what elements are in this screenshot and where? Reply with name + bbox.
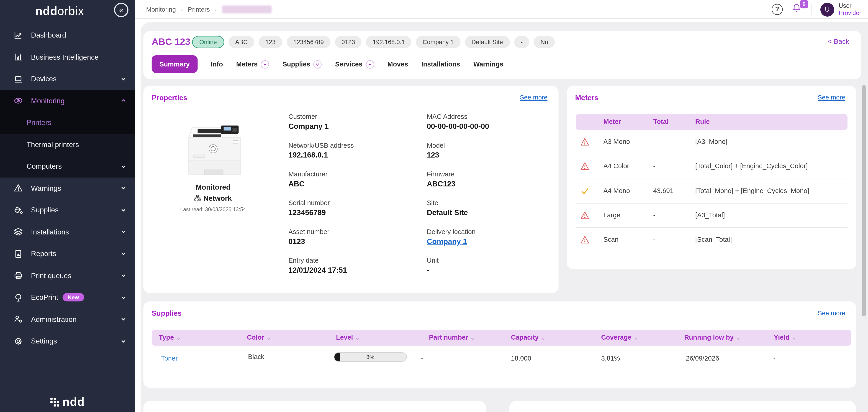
field-serial-number: Serial number123456789 (288, 199, 354, 218)
gear-icon (13, 336, 23, 346)
sidebar-collapse-button[interactable]: « (114, 3, 128, 17)
app-logo-bold: ndd (35, 4, 58, 17)
sidebar-item-label: Thermal printers (27, 140, 79, 149)
column-running-low-by[interactable]: Running low by⌄ (684, 334, 740, 341)
app-logo: nddorbix (35, 4, 84, 18)
sidebar-item-label: Dashboard (31, 31, 66, 39)
column-part-number[interactable]: Part number⌄ (429, 334, 475, 341)
supply-yield: - (773, 355, 775, 363)
sidebar-item-supplies[interactable]: Supplies (0, 199, 135, 221)
help-icon[interactable]: ? (772, 4, 783, 15)
notifications-count-badge: 5 (800, 0, 808, 8)
table-row-toner: Toner Black 8% - 18.000 3,81% 26/09/2026… (152, 350, 851, 367)
column-yield[interactable]: Yield⌄ (774, 334, 797, 341)
column-level[interactable]: Level⌄ (336, 334, 360, 341)
supply-type-link[interactable]: Toner (161, 355, 178, 363)
sidebar: nddorbix « Dashboard Business Intelligen… (0, 0, 135, 412)
chevron-down-icon (120, 75, 127, 83)
content-area: ABC 123 Online ABC 123 123456789 0123 19… (141, 22, 868, 412)
vertical-scrollbar[interactable] (862, 85, 866, 316)
sidebar-item-administration[interactable]: Administration (0, 308, 135, 330)
sidebar-item-label: Computers (27, 162, 62, 171)
sidebar-item-thermal-printers[interactable]: Thermal printers (0, 134, 135, 156)
supplies-see-more-link[interactable]: See more (818, 310, 845, 316)
breadcrumb-separator: › (215, 6, 217, 13)
table-row-large[interactable]: Large - [A3_Total] (576, 204, 847, 228)
sidebar-item-printers[interactable]: Printers (0, 112, 135, 134)
sort-chevron-icon: ⌄ (541, 335, 546, 341)
sidebar-item-monitoring[interactable]: Monitoring (0, 90, 135, 112)
sidebar-item-dashboard[interactable]: Dashboard (0, 24, 135, 46)
chevron-down-icon (120, 272, 127, 279)
laptop-icon (13, 74, 23, 84)
supply-level-bar: 8% (334, 352, 407, 362)
breadcrumb-printers[interactable]: Printers (188, 6, 210, 13)
back-button[interactable]: < Back (828, 38, 849, 45)
field-unit: Unit- (427, 256, 489, 276)
column-type[interactable]: Type⌄ (159, 334, 181, 341)
sidebar-item-business-intelligence[interactable]: Business Intelligence (0, 46, 135, 68)
sidebar-header: nddorbix « (0, 0, 135, 20)
table-row-a4-mono[interactable]: A4 Mono 43.691 [Total_Mono] + [Engine_Cy… (576, 179, 847, 204)
tab-meters[interactable]: Meters (236, 60, 269, 68)
sidebar-item-ecoprint[interactable]: EcoPrint New (0, 286, 135, 308)
tab-summary[interactable]: Summary (152, 55, 197, 73)
sort-chevron-icon: ⌄ (736, 335, 740, 341)
ink-supplies-icon (13, 205, 23, 215)
meter-rule: [Total_Color] + [Engine_Cycles_Color] (695, 162, 808, 170)
sidebar-item-label: EcoPrint (31, 293, 58, 301)
sidebar-item-label: Print queues (31, 271, 71, 279)
column-rule: Rule (695, 118, 710, 126)
tab-label: Meters (236, 60, 258, 68)
sidebar-item-warnings[interactable]: Warnings (0, 177, 135, 199)
column-color[interactable]: Color⌄ (247, 334, 271, 341)
breadcrumb-monitoring[interactable]: Monitoring (146, 6, 176, 13)
sidebar-item-label: Business Intelligence (31, 53, 99, 61)
tab-moves[interactable]: Moves (387, 60, 408, 68)
sidebar-item-settings[interactable]: Settings (0, 330, 135, 352)
sort-chevron-icon: ⌄ (633, 335, 638, 341)
meter-name: A3 Mono (603, 138, 630, 145)
chevron-down-icon (120, 250, 127, 258)
notifications-button[interactable]: 5 (791, 3, 803, 16)
connection-type: Network (143, 194, 283, 202)
ecoprint-new-badge: New (63, 293, 84, 301)
tab-warnings[interactable]: Warnings (473, 60, 503, 68)
field-entry-date: Entry date12/01/2024 17:51 (288, 256, 354, 276)
user-menu[interactable]: U User Provider (820, 2, 861, 16)
properties-column-2: MAC Address00-00-00-00-00-00 Model123 Fi… (427, 112, 489, 276)
sidebar-item-installations[interactable]: Installations (0, 221, 135, 243)
warning-triangle-icon (13, 183, 23, 193)
chevron-down-icon (120, 315, 127, 323)
tab-supplies[interactable]: Supplies (282, 60, 322, 68)
partial-card-left (143, 401, 486, 412)
sidebar-item-reports[interactable]: Reports (0, 243, 135, 265)
properties-see-more-link[interactable]: See more (520, 94, 548, 101)
table-row-a3-mono[interactable]: A3 Mono - [A3_Mono] (576, 130, 847, 154)
delivery-location-link[interactable]: Company 1 (427, 236, 489, 247)
table-row-a4-color[interactable]: A4 Color - [Total_Color] + [Engine_Cycle… (576, 154, 847, 179)
supplies-card: Supplies See more Type⌄ Color⌄ Level⌄ Pa… (143, 301, 857, 388)
meter-rule: [A3_Mono] (695, 138, 727, 145)
sidebar-item-print-queues[interactable]: Print queues (0, 265, 135, 286)
tab-label: Supplies (282, 60, 310, 68)
sidebar-item-computers[interactable]: Computers (0, 156, 135, 177)
check-icon (580, 186, 589, 196)
tab-info[interactable]: Info (211, 60, 223, 68)
tag-ip: 192.168.0.1 (366, 36, 412, 48)
column-coverage[interactable]: Coverage⌄ (601, 334, 638, 341)
column-capacity[interactable]: Capacity⌄ (511, 334, 546, 341)
app-logo-light: orbix (58, 4, 84, 17)
supply-level-label: 8% (335, 354, 406, 360)
tag-model: 123 (259, 36, 282, 48)
tab-installations[interactable]: Installations (421, 60, 460, 68)
meters-see-more-link[interactable]: See more (818, 94, 845, 101)
table-row-scan[interactable]: Scan - [Scan_Total] (576, 228, 847, 253)
report-document-icon (13, 249, 23, 259)
tab-services[interactable]: Services (335, 60, 374, 68)
sidebar-item-devices[interactable]: Devices (0, 68, 135, 90)
sidebar-group-monitoring: Monitoring Printers Thermal printers Com… (0, 90, 135, 177)
supplies-title: Supplies (152, 309, 182, 317)
bar-chart-icon (13, 52, 23, 62)
device-tabs: Summary Info Meters Supplies Services Mo… (152, 55, 503, 73)
